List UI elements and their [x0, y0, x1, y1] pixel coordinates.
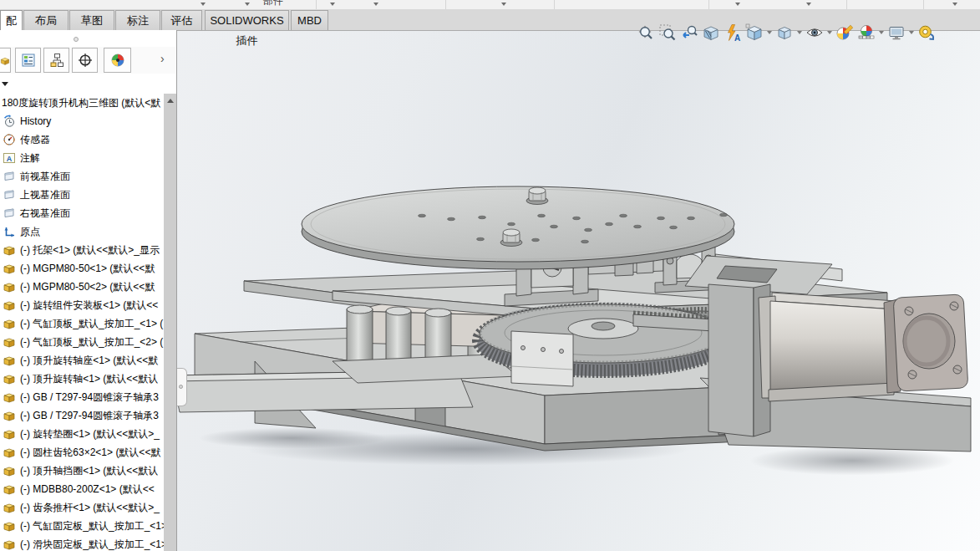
previous-view-icon[interactable] — [678, 22, 700, 43]
tree-item-annotation[interactable]: A注解 — [0, 149, 164, 167]
tree-item-label: (-) MGPM80-50<2> (默认<<默 — [20, 280, 155, 294]
sensor-icon — [3, 133, 16, 146]
panel-grip[interactable] — [0, 30, 176, 47]
part-icon — [3, 335, 16, 349]
view-settings-caret[interactable] — [907, 22, 916, 43]
tree-item-label: 传感器 — [20, 133, 50, 147]
tree-item-plane[interactable]: 上视基准面 — [0, 186, 164, 204]
scrollbar-up-arrow[interactable] — [164, 94, 176, 107]
ribbon-tab-5[interactable]: SOLIDWORKS 插件 — [205, 10, 289, 30]
tree-item-part[interactable]: (-) 旋转组件安装板<1> (默认<< — [0, 296, 164, 314]
dropdown-caret-icon[interactable] — [501, 3, 506, 6]
filter-caret-icon — [2, 82, 8, 86]
tree-item-part[interactable]: (-) 顶升轴挡圈<1> (默认<<默认 — [0, 462, 164, 480]
rotary-table-disc — [302, 186, 734, 269]
tree-item-label: History — [20, 115, 51, 127]
tree-item-part[interactable]: (-) 顶升旋转轴座<1> (默认<<默 — [0, 351, 164, 370]
view-settings-icon[interactable] — [886, 22, 907, 43]
svg-text:A: A — [7, 155, 13, 163]
tab-displaymanager[interactable] — [104, 48, 131, 73]
dynamic-annotation-views-icon[interactable]: A — [722, 22, 744, 43]
part-icon — [3, 372, 16, 385]
tree-item-plane[interactable]: 前视基准面 — [0, 167, 164, 186]
tree-item-part[interactable]: (-) MGPM80-50<2> (默认<<默 — [0, 278, 164, 296]
origin-icon — [3, 225, 16, 238]
part-icon — [3, 427, 16, 441]
tree-item-part[interactable]: (-) 顶升旋转轴<1> (默认<<默认 — [0, 370, 164, 388]
tree-item-part[interactable]: (-) GB / T297-94圆锥滚子轴承3 — [0, 406, 164, 425]
tree-item-part[interactable]: (-) 圆柱齿轮63×2<1> (默认<<默 — [0, 443, 164, 462]
dropdown-caret-icon[interactable] — [735, 3, 740, 6]
tree-item-label: (-) MGPM80-50<1> (默认<<默 — [20, 262, 155, 276]
view-orientation-caret[interactable] — [765, 22, 774, 43]
ribbon-tab-6[interactable]: MBD — [291, 10, 328, 30]
tree-root-item[interactable]: 180度旋转顶升机构三维图 (默认<默 — [0, 94, 164, 112]
hide-show-items-icon[interactable] — [804, 22, 825, 43]
dropdown-caret-icon[interactable] — [245, 3, 250, 6]
measure-icon[interactable] — [916, 22, 937, 43]
tree-item-part[interactable]: (-) MDBB80-200Z<1> (默认<< — [0, 480, 164, 498]
dropdown-caret-icon[interactable] — [806, 3, 811, 6]
part-icon — [3, 390, 16, 404]
ribbon-tab-1[interactable]: 布局 — [23, 10, 69, 30]
tab-propertymanager[interactable] — [15, 48, 41, 73]
tree-item-plane[interactable]: 右视基准面 — [0, 204, 164, 222]
tree-filter-row[interactable] — [0, 74, 176, 94]
tree-item-part[interactable]: (-) 齿条推杆<1> (默认<<默认>_ — [0, 498, 164, 517]
dropdown-caret-icon[interactable] — [330, 3, 335, 6]
apply-scene-caret[interactable] — [877, 22, 886, 43]
headsup-view-toolbar: A — [635, 21, 937, 44]
tree-item-origin[interactable]: 原点 — [0, 222, 164, 241]
ribbon-tab-3[interactable]: 标注 — [115, 10, 160, 30]
dropdown-caret-icon[interactable] — [201, 3, 206, 6]
part-icon — [3, 243, 16, 257]
panel-splitter-handle[interactable] — [177, 368, 187, 406]
dropdown-caret-icon[interactable] — [952, 3, 957, 6]
tree-item-history[interactable]: History — [0, 112, 164, 130]
tree-item-label: (-) 顶升轴挡圈<1> (默认<<默认 — [20, 464, 158, 478]
zoom-to-area-icon[interactable] — [657, 22, 678, 43]
tree-item-part[interactable]: (-) 旋转垫圈<1> (默认<<默认>_ — [0, 425, 164, 443]
view-orientation-icon[interactable] — [744, 22, 765, 43]
tree-item-label: (-) 气缸顶板_默认_按加工_<1> ( — [20, 317, 163, 331]
tree-item-part[interactable]: (-) 气缸固定板_默认_按加工_<1> — [0, 517, 164, 535]
hide-show-items-caret[interactable] — [825, 22, 834, 43]
ribbon-tab-0[interactable]: 配体 — [0, 10, 23, 31]
ribbon-tab-bar: 配体布局草图标注评估SOLIDWORKS 插件MBD A — [0, 9, 980, 31]
ribbon-partial-button-label[interactable]: 部件 — [263, 0, 283, 8]
tree-item-part[interactable]: (-) GB / T297-94圆锥滚子轴承3 — [0, 388, 164, 406]
tree-item-label: (-) 旋转组件安装板<1> (默认<< — [20, 298, 158, 313]
tree-item-part[interactable]: (-) 托架<1> (默认<<默认>_显示 — [0, 241, 164, 259]
display-style-icon[interactable] — [774, 22, 795, 43]
panel-tabs-expand-arrow[interactable]: › — [160, 52, 165, 65]
dropdown-caret-icon[interactable] — [373, 3, 378, 6]
pneumatic-cylinder — [759, 293, 968, 401]
ribbon-tab-4[interactable]: 评估 — [161, 10, 202, 30]
tree-scrollbar[interactable] — [164, 94, 176, 551]
edit-appearance-icon[interactable] — [834, 22, 856, 43]
tree-item-label: (-) 旋转垫圈<1> (默认<<默认>_ — [20, 427, 160, 441]
tree-item-label: (-) 托架<1> (默认<<默认>_显示 — [20, 243, 160, 258]
tree-item-label: (-) 滑块固定板_默认_按加工_<1> — [20, 538, 164, 551]
tree-item-part[interactable]: (-) MGPM80-50<1> (默认<<默 — [0, 259, 164, 278]
plane-icon — [3, 188, 16, 202]
part-icon — [3, 482, 16, 496]
ribbon-separator — [846, 0, 847, 9]
panel-tab-bar: › — [0, 47, 176, 74]
zoom-to-fit-icon[interactable] — [635, 22, 657, 43]
tab-configurationmanager[interactable] — [43, 48, 69, 73]
ribbon-separator — [316, 0, 317, 9]
ribbon-tab-2[interactable]: 草图 — [69, 10, 114, 30]
tree-item-sensor[interactable]: 传感器 — [0, 130, 164, 149]
part-icon — [3, 354, 16, 367]
tree-item-label: 前视基准面 — [20, 170, 70, 184]
plane-icon — [3, 170, 16, 183]
tree-item-part[interactable]: (-) 气缸顶板_默认_按加工_<2> ( — [0, 333, 164, 351]
tree-item-part[interactable]: (-) 滑块固定板_默认_按加工_<1> — [0, 535, 164, 551]
tab-dimxpertmanager[interactable] — [72, 48, 98, 73]
tree-item-part[interactable]: (-) 气缸顶板_默认_按加工_<1> ( — [0, 314, 164, 333]
display-style-caret[interactable] — [795, 22, 804, 43]
tab-featuremanager-design-tree[interactable] — [0, 48, 11, 73]
apply-scene-icon[interactable] — [856, 22, 877, 43]
section-view-icon[interactable] — [700, 22, 722, 43]
